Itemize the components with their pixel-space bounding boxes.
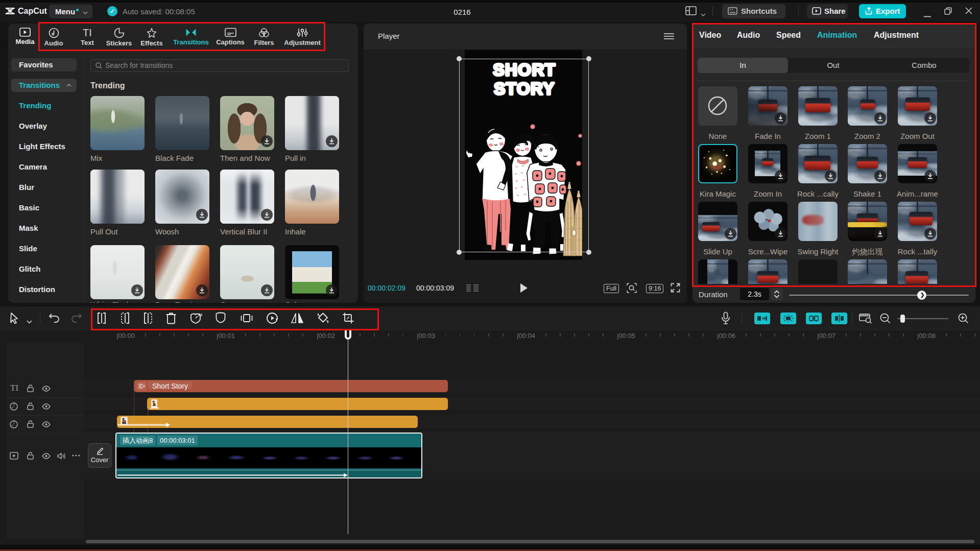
svg-text:TI: TI bbox=[83, 28, 92, 38]
svg-text:AI: AI bbox=[198, 313, 202, 317]
